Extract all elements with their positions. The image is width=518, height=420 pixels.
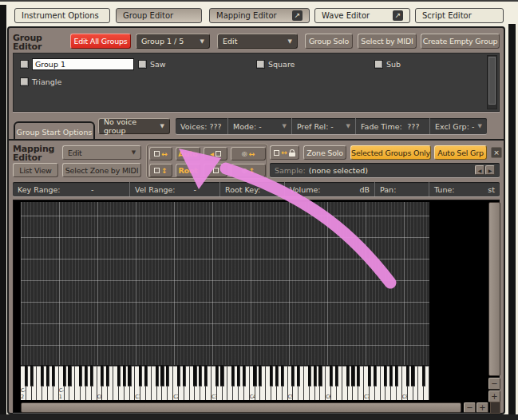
black-key[interactable] — [346, 366, 350, 386]
black-key[interactable] — [52, 366, 55, 386]
black-key[interactable] — [183, 366, 186, 386]
scrollbar-thumb[interactable] — [488, 57, 496, 105]
black-key[interactable] — [368, 366, 371, 386]
tab-script-editor[interactable]: Script Editor — [415, 8, 504, 23]
zone-extend-left-button[interactable]: ◀ — [204, 147, 227, 160]
sample-next-button[interactable]: ▶ — [485, 165, 495, 175]
edit-all-groups-button[interactable]: Edit All Groups — [70, 34, 131, 49]
h-zoom-in-button[interactable]: + — [476, 402, 488, 413]
black-key[interactable] — [199, 366, 202, 386]
black-key[interactable] — [68, 366, 71, 386]
black-key[interactable] — [101, 366, 104, 386]
group-list-item[interactable]: Triangle — [20, 75, 61, 88]
black-key[interactable] — [297, 366, 300, 386]
horizontal-scrollbar[interactable] — [21, 402, 461, 413]
v-zoom-in-button[interactable]: + — [488, 390, 500, 402]
black-key[interactable] — [220, 366, 223, 386]
black-key[interactable] — [422, 366, 425, 386]
sample-prev-button[interactable]: ◀ — [475, 165, 484, 175]
black-key[interactable] — [259, 366, 262, 386]
mapping-grid[interactable] — [21, 202, 429, 366]
black-key[interactable] — [160, 366, 164, 386]
auto-map-button[interactable]: Auto — [176, 147, 200, 160]
group-checkbox[interactable] — [20, 77, 29, 86]
v-zoom-out-button[interactable]: − — [488, 378, 500, 390]
popout-icon[interactable]: ↗ — [292, 10, 302, 21]
black-key[interactable] — [374, 366, 377, 386]
group-selector-dropdown[interactable]: Group 1 / 5 ▼ — [136, 34, 210, 49]
tab-instrument-options[interactable]: Instrument Options — [14, 8, 110, 23]
group-edit-menu-dropdown[interactable]: Edit ▼ — [217, 34, 298, 49]
zone-pitch-v-button[interactable]: ◎↕ — [231, 164, 266, 177]
zone-solo-button[interactable]: Zone Solo — [303, 145, 346, 160]
black-key[interactable] — [291, 366, 295, 386]
mapping-edit-dropdown[interactable]: Edit ▼ — [62, 145, 141, 160]
list-view-button[interactable]: List View — [13, 163, 58, 177]
black-key[interactable] — [395, 366, 398, 386]
black-key[interactable] — [384, 366, 387, 386]
black-key[interactable] — [281, 366, 284, 386]
black-key[interactable] — [330, 366, 333, 386]
black-key[interactable] — [275, 366, 279, 386]
black-key[interactable] — [166, 366, 169, 386]
black-key[interactable] — [357, 366, 360, 386]
create-empty-group-button[interactable]: Create Empty Group — [421, 34, 500, 49]
zone-pitch-h-button[interactable]: ◎↔ — [231, 147, 266, 160]
black-key[interactable] — [351, 366, 354, 386]
selected-groups-only-button[interactable]: Selected Groups Only — [350, 145, 431, 160]
zone-lock-button[interactable]: ↔ — [270, 145, 299, 160]
group-list-item[interactable]: Sub — [374, 57, 401, 70]
black-key[interactable] — [46, 366, 49, 386]
zone-move-v-button[interactable]: ↕ — [149, 164, 172, 177]
black-key[interactable] — [123, 366, 126, 386]
mode-dropdown[interactable]: Mode: - ▼ — [227, 118, 291, 134]
black-key[interactable] — [63, 366, 66, 386]
black-key[interactable] — [117, 366, 121, 386]
black-key[interactable] — [79, 366, 82, 386]
black-key[interactable] — [144, 366, 148, 386]
black-key[interactable] — [335, 366, 338, 386]
black-key[interactable] — [231, 366, 235, 386]
tab-wave-editor[interactable]: Wave Editor ↗ — [314, 8, 410, 23]
group-checkbox[interactable] — [138, 60, 147, 69]
group-name-field[interactable] — [32, 58, 134, 70]
black-key[interactable] — [270, 366, 273, 386]
black-key[interactable] — [308, 366, 311, 386]
group-solo-button[interactable]: Group Solo — [305, 34, 353, 49]
fade-time-readout[interactable]: Fade Time:??? — [355, 118, 429, 134]
black-key[interactable] — [128, 366, 131, 386]
vertical-scrollbar[interactable] — [488, 202, 500, 376]
excl-grp-dropdown[interactable]: Excl Grp: - ▼ — [429, 118, 487, 134]
black-key[interactable] — [25, 366, 28, 386]
black-key[interactable] — [156, 366, 159, 386]
h-zoom-out-button[interactable]: − — [464, 402, 476, 413]
black-key[interactable] — [389, 366, 393, 386]
black-key[interactable] — [106, 366, 109, 386]
black-key[interactable] — [243, 366, 246, 386]
group-list-scrollbar[interactable] — [487, 55, 497, 109]
black-key[interactable] — [41, 366, 44, 386]
black-key[interactable] — [406, 366, 409, 386]
black-key[interactable] — [204, 366, 208, 386]
black-key[interactable] — [253, 366, 256, 386]
tab-group-editor[interactable]: Group Editor — [116, 8, 202, 23]
group-list-item[interactable] — [20, 57, 134, 70]
zone-overlap-button[interactable] — [204, 164, 227, 177]
select-by-midi-button[interactable]: Select by MIDI — [358, 34, 417, 49]
close-mapping-button[interactable]: × — [491, 147, 502, 158]
group-checkbox[interactable] — [20, 60, 29, 69]
voice-group-dropdown[interactable]: No voice group ▼ — [98, 118, 170, 134]
group-checkbox[interactable] — [256, 60, 265, 69]
black-key[interactable] — [85, 366, 88, 386]
black-key[interactable] — [216, 366, 219, 386]
group-checkbox[interactable] — [374, 60, 383, 69]
black-key[interactable] — [411, 366, 414, 386]
group-list-item[interactable]: Saw — [138, 57, 166, 70]
pref-rel-dropdown[interactable]: Pref Rel: - ▼ — [291, 118, 355, 134]
auto-sel-grp-button[interactable]: Auto Sel Grp — [434, 145, 487, 160]
root-button[interactable]: Root — [176, 164, 200, 177]
black-key[interactable] — [90, 366, 93, 386]
tab-mapping-editor[interactable]: Mapping Editor ↗ — [209, 8, 310, 23]
popout-icon[interactable]: ↗ — [393, 10, 403, 21]
black-key[interactable] — [139, 366, 142, 386]
